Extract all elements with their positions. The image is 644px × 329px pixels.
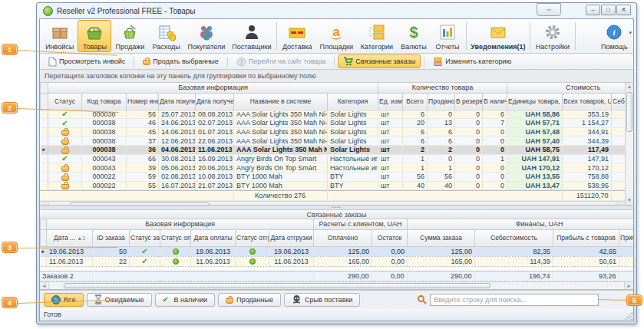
basket-icon — [61, 176, 69, 181]
group-by-panel[interactable]: Перетащите заголовок колонки на эту пане… — [40, 70, 633, 83]
table-row[interactable]: 0000433905.06.201320.06.2013Angry Birds … — [41, 163, 626, 173]
horizontal-scrollbar[interactable] — [40, 201, 625, 205]
table-row[interactable]: 0000384624.06.201302.07.2013AAA Solar Li… — [41, 119, 626, 128]
column-header-order_status[interactable]: Статус заказа — [130, 229, 160, 246]
tab-sales[interactable]: Продажи — [111, 20, 148, 52]
column-header-ship_status[interactable]: Статус отгрузки — [236, 229, 269, 246]
vertical-scrollbar[interactable] — [625, 83, 633, 205]
scroll-left-arrow[interactable] — [40, 202, 49, 205]
scrollbar-thumb[interactable] — [69, 202, 210, 205]
view-invoice-button[interactable]: Просмотреть инвойс — [43, 54, 130, 69]
band-cost[interactable]: Стоимость — [507, 83, 625, 93]
linked-orders-button[interactable]: Связанные заказы — [338, 54, 421, 68]
row-indicator — [41, 181, 48, 190]
table-row[interactable]: 0000384514.06.201301.07.2013AAA Solar Li… — [41, 127, 626, 137]
table-row[interactable]: 0000383712.06.201322.06.2013AAA Solar Li… — [41, 137, 626, 146]
title-bar[interactable]: Reseller v2 Professional FREE - Товары — [39, 3, 634, 18]
table-row[interactable]: 11.06.20132211.06.201311.06.2013165,000,… — [41, 256, 634, 266]
column-header-total_value[interactable]: Всех товаров, UAH — [563, 93, 612, 110]
column-header-order_sum[interactable]: Сумма заказа — [408, 229, 475, 246]
snap-layout-button[interactable] — [537, 3, 561, 16]
table-row[interactable]: 0000385625.07.201308.08.2013AAA Solar Li… — [41, 110, 626, 119]
tab-settings[interactable]: Настройки — [532, 20, 573, 52]
toolbar-separator — [134, 57, 134, 67]
column-header-date[interactable]: Дата ...▲1 — [47, 229, 93, 246]
column-header-code[interactable]: Код товара — [82, 93, 127, 110]
column-header-cost[interactable]: Себестоимость — [475, 229, 553, 246]
table-row[interactable]: 0000436630.08.201316.09.2013Angry Birds … — [41, 154, 626, 163]
column-header-unit_price[interactable]: Единицы товара, UAH — [507, 93, 563, 110]
column-header-pay_status[interactable]: Статус оплаты — [160, 229, 191, 246]
horizontal-scrollbar[interactable] — [40, 281, 633, 289]
tab-reports[interactable]: Отчеты — [431, 20, 464, 52]
filter-failed-delivery-button[interactable]: Срыв поставки — [284, 293, 360, 307]
tab-invoices[interactable]: Инвойсы — [41, 20, 78, 52]
tab-help[interactable]: i Помощь — [597, 20, 632, 52]
band-basic-info[interactable]: Базовая информация — [48, 83, 378, 93]
band-finances[interactable]: Финансы, UAH — [408, 219, 633, 229]
check-icon — [61, 155, 69, 163]
band-basic-info[interactable]: Базовая информация — [47, 219, 314, 229]
tab-notifications[interactable]: Уведомления(1) — [468, 20, 528, 52]
toolbar-separator — [466, 22, 467, 50]
filter-sold-button[interactable]: Проданные — [218, 293, 281, 307]
help-icon: i — [604, 22, 624, 42]
column-header-ship_date[interactable]: Дата отгрузки — [269, 229, 314, 246]
scrollbar-thumb[interactable] — [64, 283, 491, 288]
column-header-category[interactable]: Категория — [328, 93, 378, 110]
scrollbar-thumb[interactable] — [626, 92, 632, 132]
filter-all-button[interactable]: Все — [44, 293, 84, 307]
tab-products[interactable]: Товары — [78, 20, 111, 52]
tab-customers[interactable]: Покупатели — [184, 20, 229, 52]
column-header-receive_date[interactable]: Дата получения — [196, 93, 234, 110]
scroll-right-arrow[interactable] — [616, 202, 625, 205]
column-header-paid[interactable]: Оплачено — [314, 229, 372, 246]
table-row[interactable]: ▸0000383604.06.201311.06.2013AAA Solar L… — [41, 146, 626, 155]
screenshot-stage: 1 2 3 4 5 Reseller v2 Professional FREE … — [0, 0, 644, 329]
column-header-profit[interactable]: Прибыль с товаров — [553, 229, 619, 246]
column-header-name[interactable]: Название в системе — [234, 93, 328, 110]
column-header-purchase_date[interactable]: Дата покупки — [159, 93, 196, 110]
tab-suppliers[interactable]: Поставщики — [229, 20, 275, 52]
tab-delivery[interactable]: Доставка — [279, 20, 316, 52]
filter-instock-button[interactable]: В наличии — [155, 293, 216, 307]
resize-grip[interactable] — [624, 311, 632, 320]
scroll-up-arrow[interactable] — [626, 83, 633, 91]
column-header-reserved[interactable]: В резерве — [455, 93, 483, 110]
column-header-sold[interactable]: Продано — [428, 93, 455, 110]
basket-icon — [61, 130, 69, 136]
column-header-rest[interactable]: Остаток — [372, 229, 408, 246]
tab-expenses[interactable]: Расходы — [148, 20, 184, 52]
goto-product-site-button[interactable]: Перейти на сайт товара — [231, 54, 332, 69]
column-header-rest_cost[interactable]: Себестоимость остатка — [612, 93, 625, 110]
column-header-unit[interactable]: Ед. изм. — [378, 93, 403, 110]
table-row[interactable]: 0000225516.07.201321.07.2013BTY 1000 Mah… — [41, 181, 626, 190]
basket-icon — [61, 184, 69, 189]
maximize-button[interactable] — [601, 5, 616, 15]
cart-icon — [343, 57, 353, 66]
tab-categories[interactable]: Категории — [357, 20, 397, 52]
band-quantity[interactable]: Количество товара — [378, 83, 507, 93]
sell-selected-button[interactable]: Продать выбранные — [137, 55, 223, 67]
table-row[interactable]: 0000225902.08.201310.08.2013BTY 1000 Mah… — [41, 172, 626, 181]
column-header-profit_pct[interactable]: Прибыль с товаров, % — [619, 229, 633, 246]
column-header-invoice[interactable]: Номер инвойса — [127, 93, 159, 110]
row-indicator — [41, 110, 48, 119]
column-header-pay_date[interactable]: Дата оплаты — [191, 229, 236, 246]
tab-currencies[interactable]: $ Валюты — [397, 20, 431, 52]
toolbar-overflow-button[interactable] — [629, 30, 632, 36]
band-client-settlements[interactable]: Расчеты с клиентом, UAH — [314, 219, 408, 229]
minimize-button[interactable] — [586, 5, 600, 15]
search-input[interactable] — [430, 294, 599, 306]
column-header-order_id[interactable]: ID заказа — [93, 229, 130, 246]
table-row[interactable]: ▸19.06.20135019.06.201319.06.2013125,000… — [41, 246, 634, 256]
column-header-total[interactable]: Всего — [403, 93, 428, 110]
scroll-down-arrow[interactable] — [626, 196, 633, 205]
close-button[interactable] — [616, 5, 631, 15]
column-header-status[interactable]: Статус — [48, 93, 82, 110]
scroll-right-arrow[interactable] — [624, 282, 633, 289]
change-category-button[interactable]: Изменить категорию — [428, 54, 517, 69]
tab-marketplaces[interactable]: a Площадки — [316, 20, 357, 52]
scroll-left-arrow[interactable] — [40, 282, 49, 289]
column-header-in_stock[interactable]: В наличии — [483, 93, 507, 110]
